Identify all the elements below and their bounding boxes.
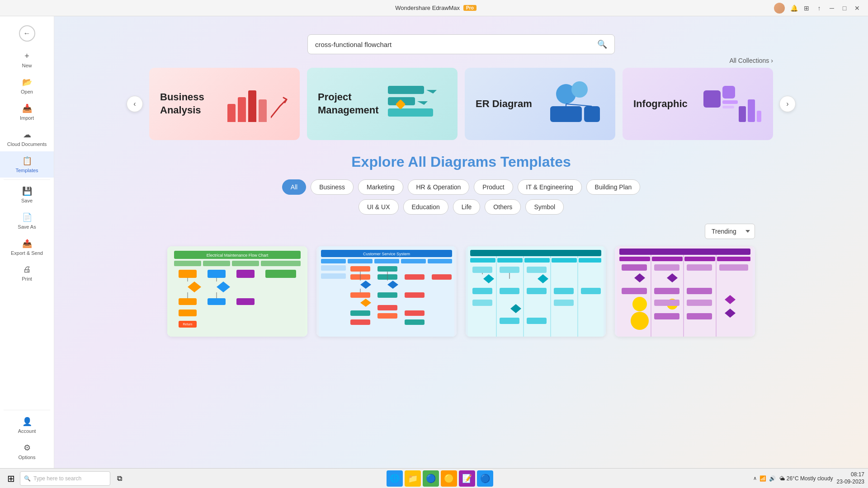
sidebar-item-import[interactable]: 📥 Import [0,99,54,125]
svg-rect-94 [472,300,492,306]
svg-rect-78 [552,258,577,263]
back-button[interactable]: ← [19,25,35,42]
svg-text:Return: Return [183,323,192,326]
minimize-button[interactable]: ─ [828,5,835,12]
svg-rect-111 [654,264,679,271]
svg-rect-28 [236,270,255,278]
sidebar-item-open[interactable]: 📂 Open [0,73,54,99]
filter-business[interactable]: Business [311,179,354,195]
filter-all[interactable]: All [282,179,307,195]
taskbar-search-icon: 🔍 [24,475,31,482]
svg-marker-4 [417,101,428,105]
template-thumb-2[interactable]: Customer Service System [316,246,457,337]
task-view-button[interactable]: ⧉ [112,471,127,486]
account-label: Account [18,428,36,434]
network-icon[interactable]: 📶 [760,475,766,482]
svg-rect-49 [428,259,452,263]
taskbar-apps: 🌐 📁 🔵 🟡 📝 🔵 [387,470,493,487]
svg-rect-8 [550,106,582,122]
search-bar-taskbar[interactable]: 🔍 Type here to search [20,471,110,486]
taskbar-app-browser[interactable]: 🌐 [387,470,403,487]
template-grid: Electrical Maintenance Flow Chart [167,246,755,337]
sidebar-item-export[interactable]: 📤 Export & Send [0,234,54,260]
svg-rect-89 [472,288,492,294]
templates-icon: 📋 [22,156,32,166]
print-icon: 🖨 [23,265,31,274]
taskbar-app-word[interactable]: 📝 [459,470,475,487]
sidebar-item-new[interactable]: + New [0,47,54,73]
notification-icon[interactable]: 🔔 [790,5,797,12]
sort-select[interactable]: Trending Newest Most Used [705,224,755,239]
template-thumb-3[interactable] [466,246,606,337]
svg-rect-2 [388,108,433,117]
filter-building[interactable]: Building Plan [586,179,641,195]
card-business-analysis[interactable]: BusinessAnalysis [149,68,300,140]
sidebar-item-print[interactable]: 🖨 Print [0,260,54,286]
template-thumb-1[interactable]: Electrical Maintenance Flow Chart [167,246,307,337]
cloud-icon: ☁ [23,130,31,140]
saveas-label: Save As [18,224,36,230]
sidebar-item-options[interactable]: ⚙ Options [0,438,54,465]
sidebar-divider-2 [4,410,50,410]
all-collections-link[interactable]: All Collections › [729,57,773,64]
sidebar-item-templates[interactable]: 📋 Templates [0,151,54,178]
saveas-icon: 📄 [22,212,32,222]
explore-highlight-text: All Diagrams Templates [408,154,571,170]
thumb-svg-3 [466,246,606,337]
taskbar-app-chrome[interactable]: 🔵 [423,470,439,487]
svg-marker-3 [426,90,437,94]
share-icon[interactable]: ↑ [816,5,823,12]
sidebar-item-saveas[interactable]: 📄 Save As [0,208,54,234]
options-label: Options [19,455,36,460]
svg-rect-35 [179,310,197,316]
carousel-next-button[interactable]: › [779,96,796,112]
search-button[interactable]: 🔍 [597,39,607,49]
carousel-prev-button[interactable]: ‹ [127,96,143,112]
import-label: Import [20,115,34,121]
cloud-label: Cloud Documents [7,141,47,147]
start-button[interactable]: ⊞ [4,471,18,486]
card-project-management[interactable]: ProjectManagement [307,68,458,140]
filter-life[interactable]: Life [453,199,481,215]
svg-rect-103 [619,257,650,261]
maximize-button[interactable]: □ [841,5,848,12]
svg-rect-91 [527,288,547,294]
filter-product[interactable]: Product [474,179,513,195]
card-project-title: ProjectManagement [318,91,378,117]
taskbar-app-edraw[interactable]: 🔵 [477,470,493,487]
taskbar: ⊞ 🔍 Type here to search ⧉ 🌐 📁 🔵 🟡 📝 🔵 ∧ … [0,468,868,488]
taskbar-app-files[interactable]: 📁 [405,470,421,487]
chevron-up-icon[interactable]: ∧ [753,475,757,481]
svg-rect-51 [321,273,346,279]
sidebar-item-save[interactable]: 💾 Save [0,182,54,208]
card-er-title: ER Diagram [476,98,532,111]
filter-hr[interactable]: HR & Operation [408,179,470,195]
sidebar-item-account[interactable]: 👤 Account [0,412,54,438]
svg-rect-116 [622,288,647,294]
svg-rect-122 [654,300,679,306]
svg-rect-46 [348,259,373,263]
svg-rect-53 [377,266,397,272]
filter-marketing[interactable]: Marketing [358,179,403,195]
search-bar: 🔍 [307,34,615,54]
grid-icon[interactable]: ⊞ [803,5,810,12]
sidebar-item-cloud[interactable]: ☁ Cloud Documents [0,125,54,151]
svg-rect-18 [722,106,734,108]
svg-rect-47 [374,259,399,263]
filter-others[interactable]: Others [485,199,521,215]
taskbar-app-3[interactable]: 🟡 [441,470,457,487]
filter-education[interactable]: Education [403,199,448,215]
close-button[interactable]: ✕ [854,5,861,12]
filter-ui[interactable]: UI & UX [359,199,399,215]
svg-rect-104 [652,257,683,261]
filter-symbol[interactable]: Symbol [525,199,564,215]
user-avatar[interactable] [774,3,785,14]
filter-it[interactable]: IT & Engineering [518,179,582,195]
volume-icon[interactable]: 🔊 [769,475,776,482]
card-er-diagram[interactable]: ER Diagram [465,68,615,140]
card-infographic[interactable]: Infographic [623,68,773,140]
search-input[interactable] [315,41,594,48]
card-business-title: BusinessAnalysis [160,91,204,117]
template-thumb-4[interactable] [615,246,755,337]
svg-rect-13 [722,86,735,99]
